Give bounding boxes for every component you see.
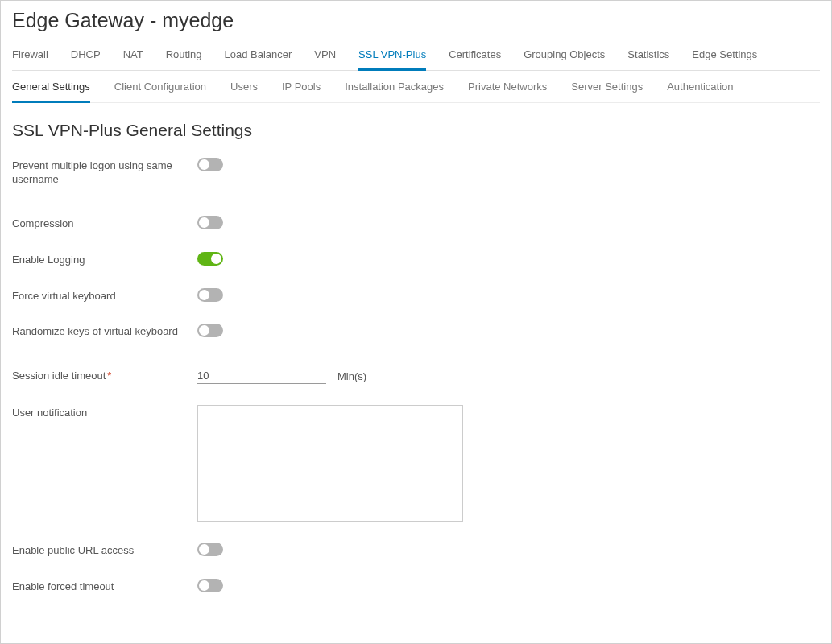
subtab-private-networks[interactable]: Private Networks bbox=[468, 72, 547, 103]
label-user-notification: User notification bbox=[12, 405, 197, 420]
input-session-idle-timeout[interactable] bbox=[197, 368, 326, 384]
tab-statistics[interactable]: Statistics bbox=[627, 43, 669, 71]
toggle-enable-public-url[interactable] bbox=[197, 543, 223, 556]
subtab-users[interactable]: Users bbox=[230, 72, 258, 103]
label-prevent-multi-logon: Prevent multiple logon using same userna… bbox=[12, 158, 197, 187]
tab-certificates[interactable]: Certificates bbox=[449, 43, 501, 71]
subtab-installation-packages[interactable]: Installation Packages bbox=[345, 72, 444, 103]
tab-firewall[interactable]: Firewall bbox=[12, 43, 48, 71]
toggle-force-virtual-keyboard[interactable] bbox=[197, 288, 223, 302]
tab-dhcp[interactable]: DHCP bbox=[71, 43, 101, 71]
tab-nat[interactable]: NAT bbox=[123, 43, 143, 71]
subtab-server-settings[interactable]: Server Settings bbox=[571, 72, 643, 103]
section-title: SSL VPN-Plus General Settings bbox=[12, 121, 820, 140]
label-compression: Compression bbox=[12, 216, 197, 231]
toggle-prevent-multi-logon[interactable] bbox=[197, 158, 223, 171]
tab-load-balancer[interactable]: Load Balancer bbox=[225, 43, 292, 71]
label-randomize-keys: Randomize keys of virtual keyboard bbox=[12, 324, 197, 339]
unit-session-idle-timeout: Min(s) bbox=[337, 370, 366, 382]
label-session-idle-timeout: Session idle timeout* bbox=[12, 368, 197, 383]
required-asterisk-icon: * bbox=[107, 369, 111, 382]
tab-routing[interactable]: Routing bbox=[166, 43, 202, 71]
tab-grouping-objects[interactable]: Grouping Objects bbox=[524, 43, 605, 71]
toggle-enable-logging[interactable] bbox=[197, 252, 223, 266]
label-enable-logging: Enable Logging bbox=[12, 252, 197, 267]
tab-edge-settings[interactable]: Edge Settings bbox=[692, 43, 757, 71]
label-enable-public-url: Enable public URL access bbox=[12, 543, 197, 558]
toggle-randomize-keys[interactable] bbox=[197, 324, 223, 337]
subtab-authentication[interactable]: Authentication bbox=[667, 72, 733, 103]
subtab-general-settings[interactable]: General Settings bbox=[12, 72, 90, 103]
primary-tabs: FirewallDHCPNATRoutingLoad BalancerVPNSS… bbox=[12, 43, 820, 71]
subtab-ip-pools[interactable]: IP Pools bbox=[282, 72, 321, 103]
tab-vpn[interactable]: VPN bbox=[314, 43, 336, 71]
label-enable-forced-timeout: Enable forced timeout bbox=[12, 579, 197, 594]
textarea-user-notification[interactable] bbox=[197, 405, 463, 522]
subtab-client-configuration[interactable]: Client Configuration bbox=[114, 72, 206, 103]
label-force-virtual-keyboard: Force virtual keyboard bbox=[12, 288, 197, 303]
label-session-idle-timeout-text: Session idle timeout bbox=[12, 369, 106, 382]
page-title: Edge Gateway - myedge bbox=[12, 9, 820, 32]
toggle-enable-forced-timeout[interactable] bbox=[197, 579, 223, 592]
toggle-compression[interactable] bbox=[197, 216, 223, 229]
tab-ssl-vpn-plus[interactable]: SSL VPN-Plus bbox=[358, 43, 426, 71]
secondary-tabs: General SettingsClient ConfigurationUser… bbox=[12, 72, 820, 103]
